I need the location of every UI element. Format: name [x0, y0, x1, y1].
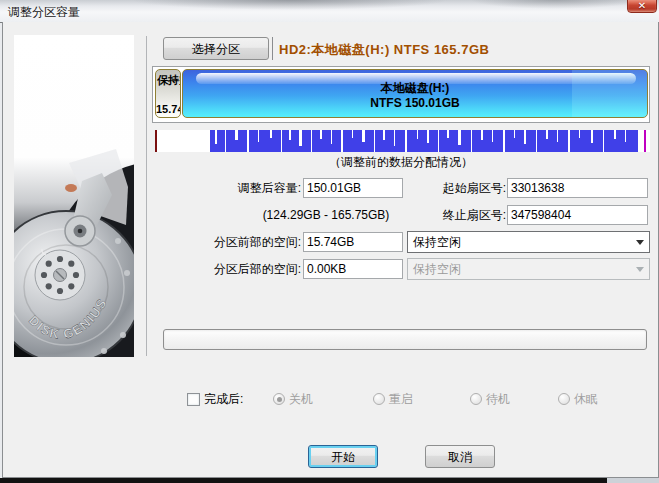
background-strip [0, 478, 607, 483]
after-complete-checkbox[interactable] [187, 393, 200, 406]
radio-restart-label: 重启 [389, 392, 413, 407]
diskgenius-resize-dialog: 调整分区容量 ✕ [0, 0, 659, 483]
free-segment-size: 15.74GB [156, 103, 181, 115]
titlebar-glass-blur [130, 0, 450, 10]
background-strip [607, 478, 659, 483]
close-icon: ✕ [638, 1, 646, 11]
radio-shutdown-label: 关机 [289, 392, 313, 407]
space-before-select[interactable]: 保持空闲 [407, 231, 650, 253]
space-before-input[interactable] [303, 232, 403, 252]
close-button[interactable]: ✕ [627, 0, 657, 13]
radio-hibernate-label: 休眠 [574, 392, 598, 407]
radio-standby-label: 待机 [486, 392, 510, 407]
data-distribution-bar [155, 130, 650, 152]
end-sector-input[interactable] [507, 205, 648, 225]
partition-segment[interactable]: 本地磁盘(H:) NTFS 150.01GB [182, 69, 648, 118]
start-button[interactable]: 开始 [308, 445, 378, 468]
after-complete-label: 完成后: [204, 392, 243, 407]
space-before-label: 分区前部的空间: [180, 232, 301, 252]
adjusted-capacity-label: 调整后容量: [180, 178, 301, 198]
dialog-body: DISK GENIUS 选择分区 HD2:本地磁盘(H:) NTFS 165.7… [2, 22, 659, 478]
space-after-input[interactable] [303, 259, 403, 279]
distribution-caption: （调整前的数据分配情况） [152, 154, 650, 171]
free-space-segment[interactable]: 保持空闲 15.74GB [155, 69, 181, 118]
start-sector-input[interactable] [507, 178, 648, 198]
window-title: 调整分区容量 [8, 4, 80, 21]
radio-shutdown[interactable] [273, 393, 285, 405]
chevron-down-icon [636, 267, 644, 272]
space-after-select: 保持空闲 [407, 258, 650, 280]
titlebar-glass-blur [470, 0, 640, 9]
select-partition-button[interactable]: 选择分区 [163, 37, 269, 60]
radio-restart[interactable] [373, 393, 385, 405]
cancel-button[interactable]: 取消 [425, 445, 495, 468]
radio-standby[interactable] [470, 393, 482, 405]
free-segment-label: 保持空闲 [157, 73, 181, 88]
partition-name: 本地磁盘(H:) [183, 81, 647, 96]
chevron-down-icon [636, 240, 644, 245]
disk-info-text: HD2:本地磁盘(H:) NTFS 165.7GB [279, 41, 651, 57]
divider [146, 36, 147, 356]
start-sector-label: 起始扇区号: [400, 178, 506, 198]
space-before-selected-option: 保持空闲 [413, 235, 461, 249]
progress-bar [163, 329, 647, 350]
titlebar[interactable]: 调整分区容量 ✕ [0, 0, 659, 23]
disk-info-separator [272, 37, 273, 60]
end-sector-label: 终止扇区号: [400, 205, 506, 225]
space-after-selected-option: 保持空闲 [413, 262, 461, 276]
disk-genius-image: DISK GENIUS [14, 35, 134, 357]
partition-bar: 保持空闲 15.74GB 本地磁盘(H:) NTFS 150.01GB [152, 66, 650, 123]
partition-size: NTFS 150.01GB [183, 96, 647, 111]
radio-dot [277, 397, 282, 402]
space-after-label: 分区后部的空间: [180, 259, 301, 279]
radio-hibernate[interactable] [558, 393, 570, 405]
adjusted-capacity-input[interactable] [303, 178, 403, 198]
